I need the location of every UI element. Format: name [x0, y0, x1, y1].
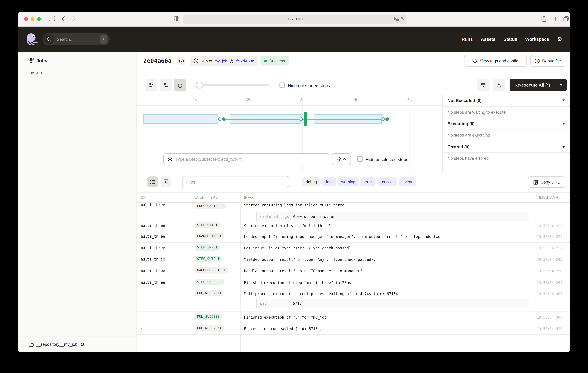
chevron-down-icon	[562, 99, 565, 101]
axis-tick-4s: 4s	[350, 97, 362, 102]
traffic-light-close[interactable]	[24, 17, 28, 21]
at-sign: @	[230, 59, 233, 63]
log-row[interactable]: multi_three LOADED_INPUT Loaded input "i…	[137, 231, 570, 242]
log-row[interactable]: multi_three HANDLED_OUTPUT Handled outpu…	[137, 265, 570, 277]
log-row[interactable]: multi_three LOGS_CAPTURED Started captur…	[137, 203, 570, 221]
nav-item-assets[interactable]: Assets	[481, 37, 495, 42]
panel-section-not-executed[interactable]: Not Executed (0)	[442, 95, 570, 107]
log-list-view-button[interactable]	[147, 176, 158, 187]
event-type-badge: STEP_START	[195, 222, 220, 228]
translate-icon[interactable]: Ax	[394, 17, 399, 21]
global-search[interactable]: /	[43, 33, 110, 45]
event-type-badge: LOADED_INPUT	[195, 233, 224, 239]
traffic-light-zoom[interactable]	[37, 17, 41, 21]
gantt-marker-circle	[382, 117, 385, 121]
chevron-down-icon	[562, 146, 565, 148]
new-tab-icon[interactable]	[553, 16, 558, 21]
nav-item-workspace[interactable]: Workspace	[525, 37, 549, 42]
reexecute-dropdown[interactable]	[555, 79, 567, 91]
reload-icon[interactable]: ↻	[401, 16, 405, 21]
level-chip-error[interactable]: error	[360, 177, 376, 186]
back-icon[interactable]	[62, 16, 65, 22]
metadata-entry: pid 67104	[256, 299, 529, 308]
level-chip-debug[interactable]: debug	[302, 177, 321, 186]
sidebar-title: Jobs	[36, 58, 47, 63]
step-subset-apply-button[interactable]	[332, 153, 351, 165]
zoom-slider-handle[interactable]	[196, 82, 203, 88]
event-type-badge: RUN_SUCCESS	[195, 314, 222, 320]
timed-view-button[interactable]	[174, 79, 186, 91]
debug-file-button[interactable]: Debug file	[530, 55, 565, 67]
axis-tick-1s: 1s	[189, 97, 201, 102]
level-chip-info[interactable]: info	[322, 177, 336, 186]
app-header: / Runs Assets Status Workspace ⚙	[18, 27, 570, 52]
log-row[interactable]: multi_three STEP_INPUT Got input "i" of …	[137, 242, 570, 254]
gantt-marker-dot	[385, 117, 389, 121]
log-row[interactable]: multi_three STEP_OUTPUT Yielded output "…	[137, 254, 570, 265]
shield-icon[interactable]	[174, 16, 178, 22]
forward-icon[interactable]	[73, 16, 76, 22]
copy-url-button[interactable]: Copy URL	[528, 176, 565, 187]
jobs-icon	[28, 58, 34, 63]
nav-item-status[interactable]: Status	[504, 37, 517, 42]
sidebar-toggle-icon[interactable]	[49, 15, 55, 21]
eject-button[interactable]	[493, 79, 505, 91]
reload-repository-icon[interactable]: ↻	[80, 341, 84, 347]
folder-icon	[28, 342, 34, 347]
level-chip-critical[interactable]: critical	[378, 177, 397, 186]
run-breadcrumb-pill: Run of my_job @ f92d468a	[190, 56, 258, 66]
step-subset-icon	[167, 156, 173, 162]
search-input[interactable]	[57, 37, 91, 42]
log-row[interactable]: multi_three STEP_START Started execution…	[137, 221, 570, 231]
log-row[interactable]: - ENGINE_EVENT Process for run exited (p…	[137, 323, 570, 335]
commit-link[interactable]: f92d468a	[236, 59, 254, 63]
panel-message: No steps have errored	[442, 153, 570, 164]
step-subset-input[interactable]	[175, 157, 325, 162]
log-row[interactable]: multi_three STEP_SUCCESS Finished execut…	[137, 277, 570, 288]
share-icon[interactable]	[541, 15, 547, 22]
success-dot-icon	[264, 59, 267, 62]
view-stdout-link[interactable]: View stdout / stderr	[289, 214, 337, 219]
hide-not-started-checkbox[interactable]	[280, 83, 285, 88]
chevron-up-icon	[343, 158, 346, 160]
waterfall-view-button[interactable]	[160, 79, 172, 91]
history-icon	[193, 58, 198, 63]
job-link[interactable]: my_job	[214, 59, 227, 63]
reexecute-button[interactable]: Re-execute All (*)	[510, 79, 567, 91]
repository-name: __repository__my_job	[36, 342, 77, 347]
search-shortcut-key: /	[100, 35, 107, 44]
axis-tick-3s: 3s	[296, 97, 308, 102]
sidebar-item-my-job[interactable]: my_job	[18, 63, 136, 75]
panel-section-executing[interactable]: Executing (0)	[442, 118, 570, 130]
axis-tick-2s: 2s	[243, 97, 255, 102]
event-type-badge: STEP_INPUT	[195, 244, 220, 251]
level-chip-warning[interactable]: warning	[337, 177, 359, 186]
tabs-overview-icon[interactable]	[563, 16, 569, 22]
url-field[interactable]: 127.0.0.1 Ax ↻	[183, 14, 407, 24]
view-tags-button[interactable]: View tags and config	[464, 55, 526, 67]
event-type-badge: ENGINE_EVENT	[195, 290, 224, 296]
log-filter-input[interactable]	[182, 176, 289, 188]
dagster-logo-icon[interactable]	[25, 33, 39, 46]
info-icon[interactable]	[177, 57, 185, 65]
hide-unselected-checkbox[interactable]	[357, 156, 363, 162]
log-raw-view-button[interactable]	[161, 176, 171, 187]
filter-steps-button[interactable]	[477, 79, 490, 91]
traffic-light-minimize[interactable]	[31, 17, 34, 21]
event-type-badge: STEP_OUTPUT	[195, 256, 222, 262]
panel-section-errored[interactable]: Errored (0)	[442, 141, 570, 153]
step-subset-field[interactable]	[163, 153, 329, 165]
log-table-header: OP EVENT TYPE INFO TIMESTAMP	[137, 193, 570, 203]
log-table: OP EVENT TYPE INFO TIMESTAMP multi_three…	[137, 192, 570, 352]
flat-view-button[interactable]	[145, 79, 158, 91]
nav-item-runs[interactable]: Runs	[462, 37, 473, 42]
column-header-info: INFO	[240, 196, 535, 199]
panel-message: No steps are waiting to execute	[442, 107, 570, 118]
browser-titlebar: 127.0.0.1 Ax ↻	[18, 12, 570, 27]
log-row[interactable]: - ENGINE_EVENT Multiprocess executor: pa…	[137, 288, 570, 312]
level-chip-event[interactable]: event	[399, 177, 416, 186]
log-row[interactable]: - RUN_SUCCESS Finished execution of run …	[137, 312, 570, 323]
gantt-current-marker	[304, 112, 307, 126]
gear-icon[interactable]: ⚙	[557, 36, 562, 42]
zoom-slider-track[interactable]	[198, 84, 269, 86]
